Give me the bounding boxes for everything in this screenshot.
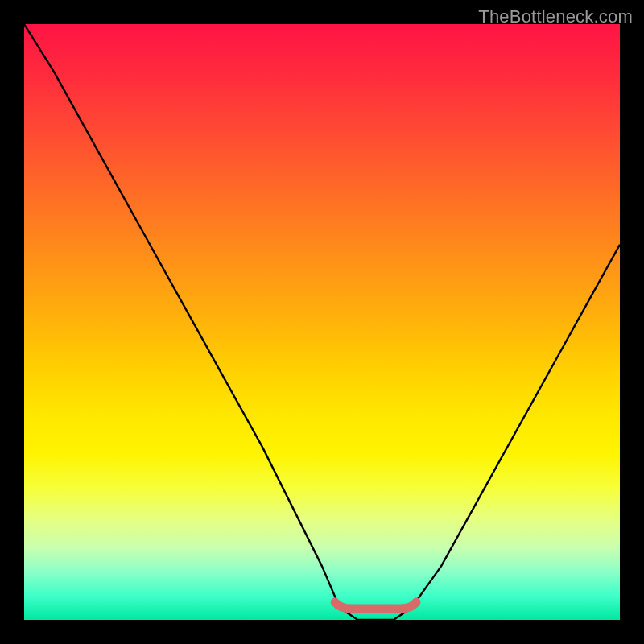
watermark-text: TheBottleneck.com	[478, 6, 633, 27]
plot-area	[24, 24, 620, 620]
chart-frame: TheBottleneck.com	[0, 0, 644, 644]
flat-zone-highlight	[335, 602, 416, 609]
bottleneck-curve	[24, 24, 620, 620]
curve-layer	[24, 24, 620, 620]
